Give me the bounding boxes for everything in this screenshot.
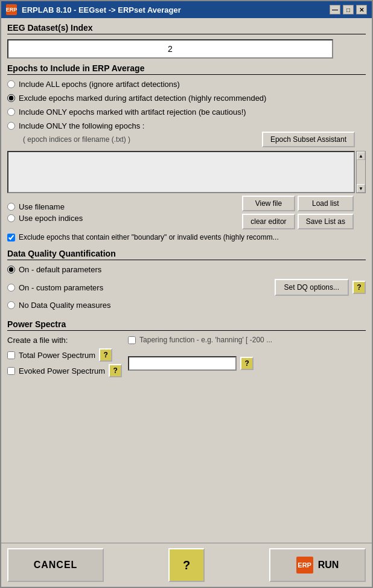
ps-evoked-row: Evoked Power Spectrum ? bbox=[7, 364, 122, 377]
exclude-epochs-checkbox[interactable] bbox=[7, 234, 15, 241]
main-window: ERP ERPLAB 8.10 - EEGset -> ERPset Avera… bbox=[0, 0, 373, 588]
evoked-power-label: Evoked Power Spectrum bbox=[19, 366, 105, 375]
epoch-radio-3[interactable] bbox=[7, 122, 15, 130]
set-dq-options-button[interactable]: Set DQ options... bbox=[275, 279, 349, 296]
exclude-epochs-row: Exclude epochs that contain either "boun… bbox=[7, 233, 366, 241]
epoch-textarea[interactable] bbox=[7, 151, 355, 193]
dq-option-0[interactable]: On - default parameters bbox=[7, 265, 366, 274]
epoch-subset-hint: ( epoch indices or filename (.txt) ) bbox=[23, 135, 130, 144]
file-controls-area: Use filename Use epoch indices View file… bbox=[7, 196, 366, 229]
dq-radio-0[interactable] bbox=[7, 266, 15, 273]
dq-section: Data Quality Quantification On - default… bbox=[7, 249, 366, 315]
cancel-button[interactable]: CANCEL bbox=[7, 548, 104, 582]
clear-editor-button[interactable]: clear editor bbox=[242, 214, 295, 229]
epoch-radio-1[interactable] bbox=[7, 94, 15, 102]
dataset-value: 2 bbox=[168, 44, 173, 54]
footer-bar: CANCEL ? ERP RUN bbox=[1, 543, 372, 587]
app-logo: ERP bbox=[6, 4, 17, 15]
total-power-help[interactable]: ? bbox=[99, 348, 112, 362]
use-filename-option[interactable]: Use filename bbox=[7, 202, 242, 211]
file-button-group: View file clear editor Load list Save Li… bbox=[242, 196, 354, 229]
view-file-button[interactable]: View file bbox=[242, 196, 295, 211]
epoch-options-group: Include ALL epochs (ignore artifact dete… bbox=[7, 80, 366, 130]
epoch-option-2[interactable]: Include ONLY epochs marked with artifact… bbox=[7, 107, 366, 117]
ps-create-label: Create a file with: bbox=[7, 336, 122, 345]
eeg-dataset-section: EEG Dataset(s) Index 2 bbox=[7, 23, 366, 59]
use-epoch-indices-option[interactable]: Use epoch indices bbox=[7, 214, 242, 223]
epoch-option-0-label: Include ALL epochs (ignore artifact dete… bbox=[19, 80, 180, 89]
evoked-power-help[interactable]: ? bbox=[109, 364, 122, 377]
dq-option-1-row: On - custom parameters Set DQ options...… bbox=[7, 279, 366, 296]
close-button[interactable]: ✕ bbox=[356, 5, 367, 14]
run-label: RUN bbox=[318, 560, 339, 570]
tapering-label: Tapering function - e.g. 'hanning' [ -20… bbox=[139, 336, 272, 344]
run-logo: ERP bbox=[296, 557, 313, 574]
epoch-radio-2[interactable] bbox=[7, 108, 15, 116]
epoch-textarea-wrapper: ▲ ▼ bbox=[7, 151, 366, 193]
dq-option-1[interactable]: On - custom parameters bbox=[7, 283, 275, 292]
dq-radio-2[interactable] bbox=[7, 301, 15, 309]
epochs-section: Epochs to Include in ERP Average Include… bbox=[7, 63, 366, 244]
dq-options-group: On - default parameters On - custom para… bbox=[7, 265, 366, 310]
epoch-option-1-label: Exclude epochs marked during artifact de… bbox=[19, 94, 266, 103]
ps-total-row: Total Power Spectrum ? bbox=[7, 348, 122, 362]
scroll-down-arrow[interactable]: ▼ bbox=[357, 184, 365, 193]
run-logo-text: ERP bbox=[298, 561, 311, 569]
epochs-title: Epochs to Include in ERP Average bbox=[7, 63, 366, 75]
load-list-button[interactable]: Load list bbox=[298, 196, 354, 211]
dataset-index-input[interactable]: 2 bbox=[7, 39, 333, 59]
help-button[interactable]: ? bbox=[168, 548, 205, 582]
title-bar-left: ERP ERPLAB 8.10 - EEGset -> ERPset Avera… bbox=[6, 4, 181, 15]
epoch-option-0[interactable]: Include ALL epochs (ignore artifact dete… bbox=[7, 80, 366, 89]
total-power-label: Total Power Spectrum bbox=[19, 351, 95, 360]
epoch-option-2-label: Include ONLY epochs marked with artifact… bbox=[19, 107, 246, 117]
save-list-button[interactable]: Save List as bbox=[298, 214, 354, 229]
file-btn-col-1: View file clear editor bbox=[242, 196, 295, 229]
epoch-option-3[interactable]: Include ONLY the following epochs : bbox=[7, 121, 366, 130]
title-bar: ERP ERPLAB 8.10 - EEGset -> ERPset Avera… bbox=[1, 1, 372, 18]
run-button[interactable]: ERP RUN bbox=[269, 548, 366, 582]
dq-help-icon[interactable]: ? bbox=[352, 281, 366, 294]
dq-title: Data Quality Quantification bbox=[7, 249, 366, 260]
dq-radio-1[interactable] bbox=[7, 284, 15, 292]
file-radio-group: Use filename Use epoch indices bbox=[7, 202, 242, 223]
logo-text: ERP bbox=[6, 7, 18, 13]
file-btn-col-2: Load list Save List as bbox=[298, 196, 354, 229]
dq-option-2-label: No Data Quality measures bbox=[19, 301, 110, 310]
evoked-power-checkbox[interactable] bbox=[7, 367, 15, 375]
eeg-dataset-title: EEG Dataset(s) Index bbox=[7, 23, 366, 34]
epoch-option-1[interactable]: Exclude epochs marked during artifact de… bbox=[7, 94, 366, 103]
dq-option-2[interactable]: No Data Quality measures bbox=[7, 301, 366, 310]
power-spectra-body: Create a file with: Total Power Spectrum… bbox=[7, 336, 366, 380]
ps-left-col: Create a file with: Total Power Spectrum… bbox=[7, 336, 122, 380]
power-spectra-title: Power Spectra bbox=[7, 319, 366, 331]
use-epoch-indices-radio[interactable] bbox=[7, 214, 15, 222]
total-power-checkbox[interactable] bbox=[7, 351, 15, 359]
tapering-help[interactable]: ? bbox=[240, 357, 253, 370]
power-spectra-section: Power Spectra Create a file with: Total … bbox=[7, 319, 366, 380]
dq-option-0-label: On - default parameters bbox=[19, 265, 101, 274]
use-filename-radio[interactable] bbox=[7, 203, 15, 211]
epoch-subset-row: ( epoch indices or filename (.txt) ) Epo… bbox=[23, 132, 366, 147]
use-filename-label: Use filename bbox=[19, 202, 65, 211]
ps-right-col: Tapering function - e.g. 'hanning' [ -20… bbox=[128, 336, 366, 371]
window-controls: — □ ✕ bbox=[330, 5, 367, 14]
minimize-button[interactable]: — bbox=[330, 5, 340, 14]
scroll-up-arrow[interactable]: ▲ bbox=[357, 152, 365, 160]
use-epoch-indices-label: Use epoch indices bbox=[19, 214, 83, 223]
ps-tapering-row: Tapering function - e.g. 'hanning' [ -20… bbox=[128, 336, 366, 344]
window-title: ERPLAB 8.10 - EEGset -> ERPset Averager bbox=[22, 5, 181, 14]
epoch-subset-assistant-button[interactable]: Epoch Subset Assistant bbox=[262, 132, 355, 147]
tapering-checkbox[interactable] bbox=[128, 336, 136, 344]
textarea-scrollbar: ▲ ▼ bbox=[356, 151, 366, 193]
exclude-epochs-label: Exclude epochs that contain either "boun… bbox=[19, 233, 279, 241]
ps-input-row: ? bbox=[128, 356, 366, 371]
maximize-button[interactable]: □ bbox=[343, 5, 354, 14]
content-area: EEG Dataset(s) Index 2 Epochs to Include… bbox=[1, 18, 372, 543]
tapering-input[interactable] bbox=[128, 356, 237, 371]
dq-option-1-label: On - custom parameters bbox=[19, 283, 103, 292]
epoch-radio-0[interactable] bbox=[7, 80, 15, 88]
epoch-option-3-label: Include ONLY the following epochs : bbox=[19, 121, 144, 130]
